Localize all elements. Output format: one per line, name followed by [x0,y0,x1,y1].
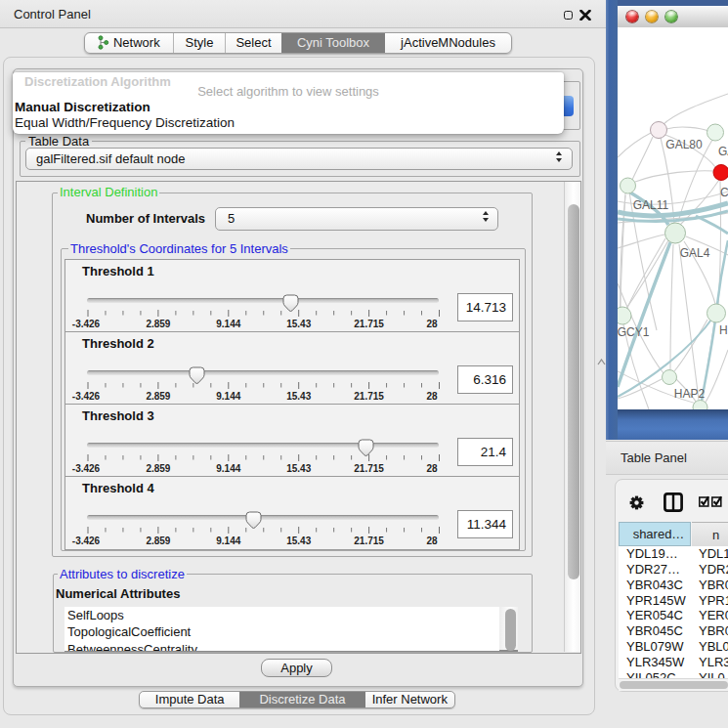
svg-text:28: 28 [426,391,438,402]
svg-text:2.859: 2.859 [146,319,170,329]
svg-text:-3.426: -3.426 [72,535,101,546]
svg-text:15.43: 15.43 [286,463,311,474]
svg-text:15.43: 15.43 [286,319,311,329]
svg-text:2.859: 2.859 [146,535,170,546]
svg-text:28: 28 [426,463,438,474]
svg-text:21.715: 21.715 [354,535,384,546]
svg-text:-3.426: -3.426 [72,319,101,329]
svg-text:9.144: 9.144 [216,535,240,546]
svg-text:-3.426: -3.426 [72,391,101,402]
svg-text:21.715: 21.715 [354,463,384,474]
svg-text:-3.426: -3.426 [72,463,101,474]
svg-text:GCY1: GCY1 [618,325,650,339]
svg-text:15.43: 15.43 [286,535,311,546]
svg-text:28: 28 [426,535,438,546]
svg-text:2.859: 2.859 [146,463,170,474]
svg-text:GA: GA [718,145,728,158]
svg-text:HAP2: HAP2 [674,387,706,401]
svg-text:21.715: 21.715 [354,319,384,329]
svg-text:21.715: 21.715 [354,391,384,402]
svg-text:28: 28 [426,319,438,329]
svg-text:GAL80: GAL80 [665,138,703,151]
svg-text:GAL11: GAL11 [633,198,669,212]
svg-text:9.144: 9.144 [216,391,240,402]
svg-text:H: H [719,323,728,337]
svg-text:GAL4: GAL4 [680,246,710,260]
svg-text:9.144: 9.144 [216,463,240,474]
svg-text:15.43: 15.43 [286,391,311,402]
svg-text:C: C [720,186,728,199]
svg-text:9.144: 9.144 [216,319,240,329]
svg-text:2.859: 2.859 [146,391,170,402]
